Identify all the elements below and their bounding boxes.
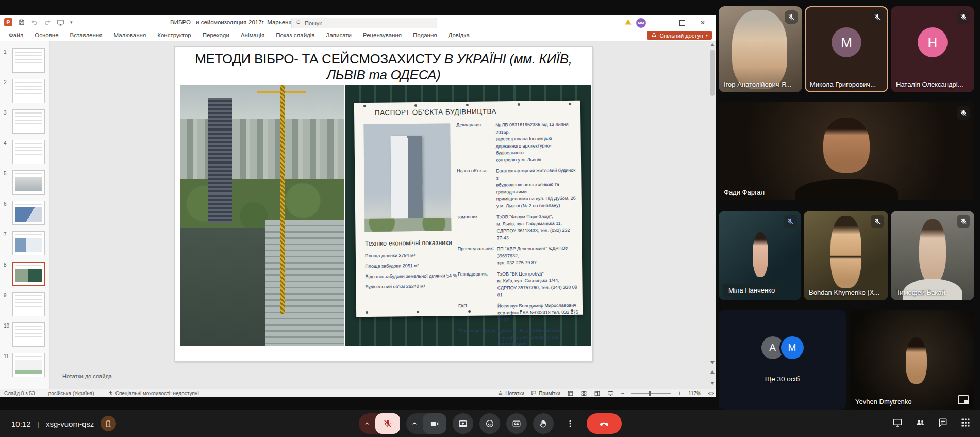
scroll-down-icon[interactable] bbox=[710, 361, 715, 364]
slide-thumbnails[interactable]: 1234567891011 bbox=[0, 41, 50, 389]
raise-hand-button[interactable] bbox=[533, 413, 554, 434]
slide-thumbnail-row[interactable]: 2 bbox=[0, 78, 49, 109]
present-screen-button[interactable] bbox=[453, 413, 473, 434]
captions-button[interactable] bbox=[506, 413, 527, 434]
slide-thumbnail[interactable] bbox=[12, 170, 45, 195]
participant-name: Bohdan Khymenko (X... bbox=[809, 288, 879, 296]
participant-tile[interactable]: Bohdan Khymenko (X... bbox=[804, 211, 888, 300]
meeting-details-icon[interactable] bbox=[892, 417, 903, 430]
poster-row: Декларація:№ ЛВ 083161952386 від 13 липн… bbox=[456, 121, 577, 164]
mic-options-chevron-icon[interactable] bbox=[359, 420, 375, 427]
next-slide-icon[interactable] bbox=[710, 382, 715, 385]
ribbon-tab-4[interactable]: Конструктор bbox=[152, 30, 197, 38]
comments-toggle[interactable]: Примітки bbox=[531, 390, 560, 397]
slide-thumbnail[interactable] bbox=[12, 140, 45, 164]
slide-thumbnail-row[interactable]: 5 bbox=[0, 170, 49, 200]
normal-view-icon[interactable] bbox=[567, 390, 574, 397]
camera-button[interactable] bbox=[423, 413, 446, 434]
door-icon[interactable] bbox=[101, 416, 116, 431]
slide-counter[interactable]: Слайд 8 з 53 bbox=[4, 391, 35, 396]
slideshow-view-icon[interactable] bbox=[607, 390, 614, 397]
more-options-button[interactable] bbox=[560, 413, 580, 434]
reactions-button[interactable] bbox=[479, 413, 500, 434]
slide-sorter-view-icon[interactable] bbox=[580, 390, 587, 397]
chat-icon[interactable] bbox=[938, 417, 948, 430]
notes-placeholder[interactable]: Нотатки до слайда bbox=[62, 373, 112, 379]
vertical-scrollbar[interactable] bbox=[709, 42, 716, 388]
slide-thumbnail[interactable] bbox=[12, 231, 45, 255]
zoom-level[interactable]: 117% bbox=[688, 391, 701, 396]
accessibility-status[interactable]: Спеціальні можливості: недоступні bbox=[108, 390, 199, 397]
reading-view-icon[interactable] bbox=[594, 390, 601, 397]
slide-thumbnail-row[interactable]: 4 bbox=[0, 139, 49, 170]
start-slideshow-icon[interactable] bbox=[57, 19, 64, 26]
scrollbar-thumb[interactable] bbox=[710, 50, 715, 96]
minimize-button[interactable]: — bbox=[651, 15, 672, 30]
undo-icon[interactable] bbox=[31, 19, 38, 26]
participant-tile[interactable]: Міла Панченко bbox=[719, 211, 801, 300]
participant-tile[interactable]: Тимофей Бакай bbox=[891, 211, 974, 300]
notes-toggle[interactable]: Нотатки bbox=[497, 390, 524, 397]
slide-thumbnail[interactable] bbox=[12, 292, 45, 316]
ribbon-tab-9[interactable]: Рецензування bbox=[357, 30, 407, 38]
participant-tile[interactable]: Фади Фаргал bbox=[719, 102, 974, 200]
participant-tile[interactable]: Ігор Анатолійович Я... bbox=[719, 6, 802, 92]
ribbon-tab-1[interactable]: Основне bbox=[29, 30, 64, 38]
slide-thumbnail-row[interactable]: 3 bbox=[0, 109, 49, 139]
picture-in-picture-icon[interactable] bbox=[958, 395, 969, 404]
slide-thumbnail-row[interactable]: 9 bbox=[0, 292, 49, 322]
warning-icon[interactable] bbox=[624, 18, 632, 28]
zoom-in-button[interactable]: + bbox=[678, 390, 682, 397]
ribbon-tab-0[interactable]: Файл bbox=[3, 30, 29, 38]
slide-thumbnail-row[interactable]: 7 bbox=[0, 231, 49, 261]
end-call-button[interactable] bbox=[587, 413, 622, 434]
save-icon[interactable] bbox=[18, 19, 25, 26]
slide-thumbnail[interactable] bbox=[12, 48, 45, 73]
slide-thumbnail[interactable] bbox=[12, 79, 45, 103]
participant-tile[interactable]: Yevhen Dmytrenko bbox=[850, 310, 974, 410]
zoom-out-button[interactable]: − bbox=[621, 390, 624, 397]
customize-qat-icon[interactable]: ▾ bbox=[70, 20, 73, 25]
ribbon-tab-11[interactable]: Довідка bbox=[442, 30, 475, 38]
people-icon[interactable] bbox=[915, 417, 925, 430]
redo-icon[interactable] bbox=[44, 19, 51, 26]
participant-tile[interactable]: М Микола Григорович... bbox=[805, 6, 888, 92]
slide-thumbnail-row[interactable]: 1 bbox=[0, 48, 49, 78]
slide-thumbnail-row[interactable]: 11 bbox=[0, 352, 49, 383]
slide-thumbnail[interactable] bbox=[12, 262, 45, 286]
ribbon-tab-3[interactable]: Малювання bbox=[108, 30, 152, 38]
account-avatar[interactable]: ММ bbox=[636, 18, 646, 28]
slide-thumbnail-row[interactable]: 8 bbox=[0, 261, 49, 292]
slide-thumbnail[interactable] bbox=[12, 109, 45, 134]
zoom-slider-thumb[interactable] bbox=[649, 391, 651, 396]
ribbon-tab-7[interactable]: Показ слайдів bbox=[270, 30, 320, 38]
ribbon-tab-6[interactable]: Анімація bbox=[235, 30, 270, 38]
ribbon-tab-8[interactable]: Записати bbox=[320, 30, 357, 38]
search-icon bbox=[296, 20, 302, 26]
close-button[interactable]: ✕ bbox=[692, 15, 713, 30]
maximize-button[interactable] bbox=[672, 15, 692, 30]
fit-to-window-icon[interactable] bbox=[708, 390, 715, 397]
slide-thumbnail[interactable] bbox=[12, 322, 45, 347]
camera-options-chevron-icon[interactable] bbox=[406, 420, 423, 427]
ribbon-tab-5[interactable]: Переходи bbox=[197, 30, 235, 38]
slide-thumbnail-row[interactable]: 10 bbox=[0, 322, 49, 352]
slide-thumbnail[interactable] bbox=[12, 201, 45, 225]
slide-thumbnail[interactable] bbox=[12, 353, 45, 377]
powerpoint-app-icon[interactable]: P bbox=[4, 18, 12, 26]
scroll-up-icon[interactable] bbox=[710, 43, 715, 46]
zoom-slider[interactable] bbox=[631, 393, 671, 394]
previous-slide-icon[interactable] bbox=[710, 370, 715, 374]
participant-tile[interactable]: Н Наталія Олександрі... bbox=[891, 6, 974, 92]
poster-row: замовник:ТзОВ "Форум Парк-Захід", м. Льв… bbox=[457, 213, 577, 242]
search-input[interactable]: Пошук bbox=[291, 18, 437, 28]
apps-grid-icon[interactable] bbox=[960, 417, 971, 430]
language-indicator[interactable]: російська (Україна) bbox=[48, 391, 94, 396]
mic-off-button[interactable] bbox=[375, 413, 400, 434]
more-participants-tile[interactable]: A M Ще 30 осіб bbox=[719, 310, 846, 410]
ribbon-tab-2[interactable]: Вставлення bbox=[64, 30, 108, 38]
share-button[interactable]: Спільний доступ ▾ bbox=[647, 31, 712, 40]
current-slide-canvas[interactable]: МЕТОДИ ВІБРО- ТА СЕЙСМОЗАХИСТУ В УКРАЇНІ… bbox=[175, 47, 592, 361]
ribbon-tab-10[interactable]: Подання bbox=[407, 30, 442, 38]
slide-thumbnail-row[interactable]: 6 bbox=[0, 200, 49, 231]
